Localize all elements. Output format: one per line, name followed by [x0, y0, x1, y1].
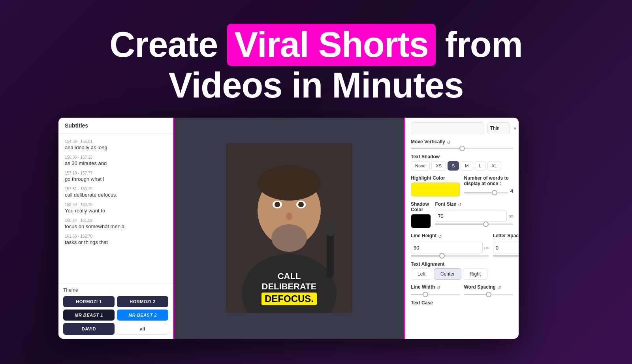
subtitle-text: focus on somewhat menial	[65, 223, 167, 229]
subtitle-time: 154.85 - 156.01	[65, 139, 167, 144]
text-shadow-label: Text Shadow	[411, 154, 513, 159]
subtitle-item[interactable]: 154.85 - 156.01 and ideally as long	[58, 137, 173, 153]
letter-spacing-input[interactable]	[493, 242, 519, 253]
words-count-slider[interactable]	[464, 192, 508, 193]
font-size-label: Font Size	[435, 201, 456, 207]
subtitle-overlay: CALL DELIBERATE DEFOCUS.	[226, 271, 352, 305]
move-vertically-slider[interactable]	[411, 148, 513, 149]
shadow-none-button[interactable]: None	[411, 161, 430, 171]
theme-mrbeast2-button[interactable]: MR BEAST 2	[117, 310, 168, 321]
theme-david-button[interactable]: DAVID	[63, 323, 115, 335]
align-left-button[interactable]: Left	[411, 268, 432, 280]
word-spacing-slider[interactable]	[464, 294, 514, 295]
shadow-color-picker[interactable]	[411, 214, 431, 228]
move-vertically-reset-icon[interactable]: ↺	[447, 140, 451, 145]
subtitle-item[interactable]: 160.24 - 161.59 focus on somewhat menial	[58, 216, 173, 232]
theme-hormozi2-button[interactable]: HORMOZI 2	[117, 296, 168, 307]
subtitle-item[interactable]: 156.05 - 157.13 as 30 minutes and	[58, 153, 173, 169]
subtitle-highlight-text: DEFOCUS.	[261, 293, 317, 305]
font-size-reset-icon[interactable]: ↺	[458, 202, 462, 208]
subtitle-text: and ideally as long	[65, 144, 167, 150]
shadow-s-button[interactable]: S	[448, 161, 459, 171]
move-vertically-row: Move Vertically ↺	[411, 139, 513, 146]
shadow-buttons: None XS S M L XL	[411, 161, 513, 171]
line-height-input-row: px	[411, 242, 489, 253]
subtitle-text: as 30 minutes and	[65, 160, 167, 166]
hero-section: Create Viral Shorts from Videos in Minut…	[0, 0, 632, 121]
subtitle-text: You really want to	[65, 208, 167, 214]
word-spacing-reset-icon[interactable]: ↺	[497, 285, 501, 291]
theme-ali-button[interactable]: ali	[117, 323, 168, 335]
text-alignment-label: Text Alignment	[411, 261, 513, 267]
letter-spacing-slider[interactable]	[493, 255, 519, 257]
font-style-select[interactable]: Thin Regular Bold Black	[487, 122, 510, 134]
svg-rect-11	[327, 230, 334, 278]
theme-section: Theme HORMOZI 1 HORMOZI 2 MR BEAST 1 MR …	[58, 283, 173, 339]
subtitle-time: 159.53 - 160.19	[65, 203, 167, 207]
theme-label: Theme	[63, 287, 168, 293]
font-size-slider[interactable]	[435, 223, 513, 225]
font-name-input[interactable]	[411, 122, 484, 134]
line-height-slider[interactable]	[411, 255, 489, 257]
hero-title-suffix: from	[436, 25, 523, 64]
subtitle-text: tasks or things that	[65, 239, 167, 245]
alignment-buttons: Left Center Right	[411, 268, 513, 280]
subtitle-time: 156.05 - 157.13	[65, 155, 167, 159]
shadow-xl-button[interactable]: XL	[487, 161, 501, 171]
svg-point-9	[298, 202, 304, 207]
theme-hormozi1-button[interactable]: HORMOZI 1	[63, 296, 115, 307]
subtitle-item[interactable]: 157.19 - 157.77 go through what I	[58, 169, 173, 184]
font-size-input[interactable]	[435, 210, 507, 222]
subtitle-text: call deliberate defocus.	[65, 192, 167, 198]
letter-spacing-input-row: px	[493, 242, 519, 253]
subtitle-item[interactable]: 159.53 - 160.19 You really want to	[58, 200, 173, 216]
subtitle-item[interactable]: 161.66 - 162.70 tasks or things that	[58, 232, 173, 248]
align-right-button[interactable]: Right	[463, 268, 487, 280]
lineheight-letterspacing-row: Line Height ↺ px Letter Spacing ↺	[411, 233, 513, 257]
highlight-color-label: Highlight Color	[411, 175, 460, 181]
move-vertically-section: Move Vertically ↺	[411, 139, 513, 149]
subtitle-line2: DELIBERATE	[230, 281, 348, 292]
app-window: Subtitles 154.85 - 156.01 and ideally as…	[58, 118, 519, 339]
shadow-l-button[interactable]: L	[475, 161, 486, 171]
hero-highlight: Viral Shorts	[227, 24, 436, 66]
shadow-m-button[interactable]: M	[461, 161, 473, 171]
shadow-color-section: Shadow Color	[411, 201, 431, 228]
subtitle-time: 157.19 - 157.77	[65, 171, 167, 175]
letter-spacing-section: Letter Spacing ↺ px	[493, 233, 519, 257]
theme-mrbeast1-button[interactable]: MR BEAST 1	[63, 310, 115, 321]
highlight-color-picker[interactable]	[411, 182, 460, 197]
line-height-reset-icon[interactable]: ↺	[438, 234, 442, 239]
text-alignment-section: Text Alignment Left Center Right	[411, 261, 513, 280]
line-width-label: Line Width	[411, 284, 435, 290]
shadow-fontsize-row: Shadow Color Font Size ↺ px	[411, 201, 513, 228]
hero-title-prefix: Create	[109, 25, 227, 64]
line-height-label: Line Height	[411, 233, 436, 238]
words-count-section: Number of words to display at once : 4	[464, 175, 514, 197]
line-height-section: Line Height ↺ px	[411, 233, 489, 257]
line-width-reset-icon[interactable]: ↺	[436, 285, 440, 291]
line-width-slider[interactable]	[411, 294, 460, 295]
subtitle-item[interactable]: 157.81 - 159.19 call deliberate defocus.	[58, 184, 173, 200]
font-size-section: Font Size ↺ px	[435, 201, 513, 228]
text-shadow-section: Text Shadow None XS S M L XL	[411, 154, 513, 171]
line-height-input[interactable]	[411, 242, 483, 253]
video-container: CALL DELIBERATE DEFOCUS.	[226, 143, 352, 313]
word-spacing-section: Word Spacing ↺	[464, 284, 514, 295]
subtitle-time: 157.81 - 159.19	[65, 187, 167, 191]
svg-point-4	[258, 165, 321, 201]
shadow-xs-button[interactable]: XS	[431, 161, 446, 171]
text-case-label: Text Case	[411, 300, 513, 306]
font-top-row: Thin Regular Bold Black ▼	[411, 122, 513, 134]
video-area: CALL DELIBERATE DEFOCUS.	[174, 118, 404, 339]
subtitle-text: go through what I	[65, 176, 167, 182]
svg-point-5	[271, 224, 307, 252]
word-spacing-label: Word Spacing	[464, 284, 496, 290]
line-width-section: Line Width ↺	[411, 284, 460, 295]
line-width-row: Line Width ↺	[411, 284, 460, 291]
align-center-button[interactable]: Center	[434, 268, 461, 280]
font-size-unit: px	[508, 214, 513, 218]
theme-grid: HORMOZI 1 HORMOZI 2 MR BEAST 1 MR BEAST …	[63, 296, 168, 335]
subtitle-time: 160.24 - 161.59	[65, 218, 167, 223]
letter-spacing-label: Letter Spacing	[493, 233, 519, 238]
